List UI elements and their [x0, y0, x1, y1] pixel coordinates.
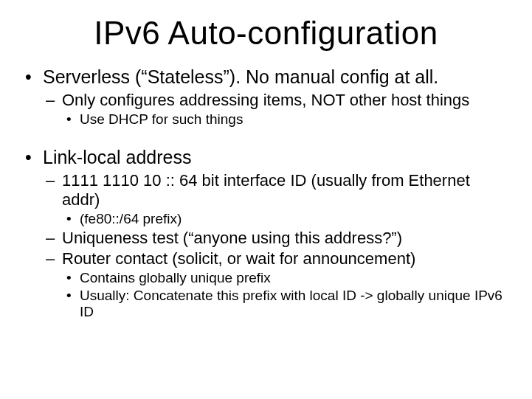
bullet-list: Serverless (“Stateless”). No manual conf… [22, 66, 510, 128]
bullet-text: Only configures addressing items, NOT ot… [62, 91, 469, 109]
bullet-list-l3: Contains globally unique prefix Usually:… [62, 270, 510, 320]
bullet-text: Use DHCP for such things [80, 111, 243, 127]
bullet-l3: (fe80::/64 prefix) [62, 211, 510, 227]
slide-title: IPv6 Auto-configuration [22, 15, 510, 52]
bullet-l2: Uniqueness test (“anyone using this addr… [43, 229, 510, 248]
bullet-l2: 1111 1110 10 :: 64 bit interface ID (usu… [43, 171, 510, 227]
bullet-text: 1111 1110 10 :: 64 bit interface ID (usu… [62, 171, 470, 209]
bullet-list-l2: Only configures addressing items, NOT ot… [43, 91, 510, 128]
slide: IPv6 Auto-configuration Serverless (“Sta… [0, 0, 532, 399]
bullet-text: Link-local address [43, 147, 192, 167]
bullet-l2: Router contact (solicit, or wait for ann… [43, 249, 510, 320]
bullet-list: Link-local address 1111 1110 10 :: 64 bi… [22, 147, 510, 320]
bullet-l1: Serverless (“Stateless”). No manual conf… [22, 66, 510, 128]
bullet-l3: Use DHCP for such things [62, 111, 510, 128]
bullet-text: Router contact (solicit, or wait for ann… [62, 249, 415, 268]
bullet-l3: Contains globally unique prefix [62, 270, 510, 286]
bullet-l3: Usually: Concatenate this prefix with lo… [62, 288, 510, 320]
bullet-l1: Link-local address 1111 1110 10 :: 64 bi… [22, 147, 510, 320]
bullet-list-l2: 1111 1110 10 :: 64 bit interface ID (usu… [43, 171, 510, 320]
bullet-text: Serverless (“Stateless”). No manual conf… [43, 66, 438, 87]
bullet-list-l3: Use DHCP for such things [62, 111, 510, 128]
bullet-text: Uniqueness test (“anyone using this addr… [62, 229, 402, 247]
bullet-text: Contains globally unique prefix [80, 270, 271, 285]
bullet-l2: Only configures addressing items, NOT ot… [43, 91, 510, 128]
spacer [22, 131, 510, 147]
bullet-text: Usually: Concatenate this prefix with lo… [80, 288, 502, 319]
bullet-text: (fe80::/64 prefix) [80, 211, 182, 226]
bullet-list-l3: (fe80::/64 prefix) [62, 211, 510, 227]
